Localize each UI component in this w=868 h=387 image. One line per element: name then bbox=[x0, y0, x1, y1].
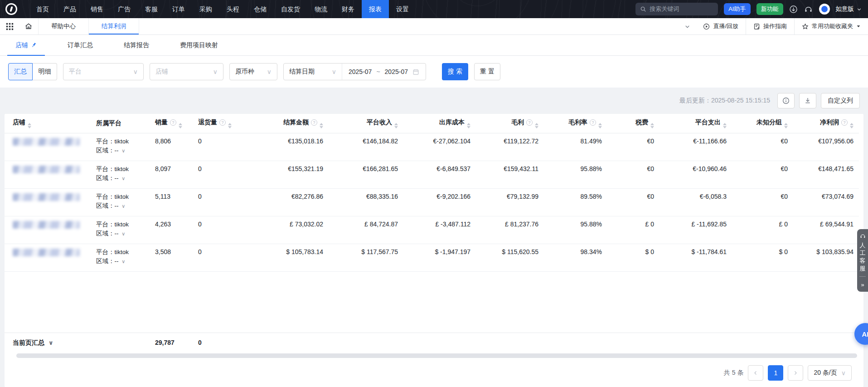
help-icon[interactable]: ? bbox=[170, 119, 176, 126]
column-header-销量[interactable]: 销量? bbox=[150, 114, 193, 133]
nav-item-头程[interactable]: 头程 bbox=[219, 0, 247, 18]
region-expand-icon[interactable]: ∨ bbox=[121, 257, 125, 266]
sort-icon[interactable] bbox=[179, 123, 182, 128]
sort-icon[interactable] bbox=[598, 123, 602, 128]
tab-settlement-profit[interactable]: 结算利润 bbox=[88, 18, 139, 34]
store-name-blurred[interactable] bbox=[13, 249, 80, 256]
pin-icon[interactable] bbox=[31, 42, 37, 48]
column-header-净利润[interactable]: 净利润? bbox=[793, 114, 859, 133]
summary-expand-icon[interactable]: ∨ bbox=[48, 338, 53, 347]
user-avatar[interactable] bbox=[819, 4, 830, 15]
column-header-毛利率[interactable]: 毛利率? bbox=[544, 114, 607, 133]
store-name-blurred[interactable] bbox=[13, 221, 80, 229]
tab-help-center[interactable]: 帮助中心 bbox=[38, 18, 88, 34]
region-expand-icon[interactable]: ∨ bbox=[121, 174, 125, 183]
subtab-店铺[interactable]: 店铺 bbox=[0, 35, 52, 55]
store-name-blurred[interactable] bbox=[13, 193, 80, 201]
nav-item-仓储[interactable]: 仓储 bbox=[247, 0, 274, 18]
column-header-平台支出[interactable]: 平台支出 bbox=[659, 114, 732, 133]
column-header-平台收入[interactable]: 平台收入 bbox=[329, 114, 403, 133]
column-header-所属平台[interactable]: 所属平台 bbox=[91, 114, 150, 133]
sort-icon[interactable] bbox=[320, 123, 323, 128]
nav-item-客服[interactable]: 客服 bbox=[138, 0, 165, 18]
sort-icon[interactable] bbox=[723, 123, 727, 128]
cell-platform_expense: £ -11,692.85 bbox=[659, 216, 732, 244]
next-page-button[interactable] bbox=[788, 365, 803, 381]
home-icon[interactable] bbox=[19, 18, 38, 34]
store-select[interactable]: 店铺 ∨ bbox=[150, 63, 223, 80]
app-grid-icon[interactable] bbox=[0, 18, 19, 34]
sort-icon[interactable] bbox=[467, 123, 470, 128]
app-logo[interactable] bbox=[5, 3, 17, 15]
store-name-blurred[interactable] bbox=[13, 166, 80, 173]
date-type-select[interactable]: 结算日期 ∨ bbox=[284, 64, 342, 80]
tabs-collapse-chevron-icon[interactable] bbox=[679, 18, 696, 34]
nav-item-物流[interactable]: 物流 bbox=[307, 0, 335, 18]
reset-button[interactable]: 重 置 bbox=[474, 63, 500, 80]
page-size-select[interactable]: 20 条/页 ∨ bbox=[808, 365, 852, 381]
collapse-arrow-icon[interactable]: » bbox=[861, 281, 864, 289]
download-circle-icon[interactable] bbox=[789, 5, 798, 14]
nav-item-销售[interactable]: 销售 bbox=[83, 0, 111, 18]
subtab-费用项目映射[interactable]: 费用项目映射 bbox=[165, 35, 233, 55]
mode-明细-button[interactable]: 明细 bbox=[33, 63, 57, 80]
sort-icon[interactable] bbox=[784, 123, 788, 128]
sort-icon[interactable] bbox=[650, 123, 654, 128]
column-header-退货量[interactable]: 退货量? bbox=[193, 114, 245, 133]
search-button[interactable]: 搜 索 bbox=[442, 63, 468, 80]
platform-line: 平台：tiktok bbox=[96, 192, 144, 201]
mode-汇总-button[interactable]: 汇总 bbox=[8, 63, 33, 80]
subtab-结算报告[interactable]: 结算报告 bbox=[108, 35, 165, 55]
column-header-出库成本[interactable]: 出库成本 bbox=[403, 114, 476, 133]
date-range-input[interactable]: 2025-07 ~ 2025-07 bbox=[342, 64, 426, 80]
help-icon[interactable]: ? bbox=[841, 119, 848, 126]
customize-columns-button[interactable]: 自定义列 bbox=[821, 93, 860, 108]
info-button[interactable] bbox=[777, 93, 795, 108]
subtab-订单汇总[interactable]: 订单汇总 bbox=[52, 35, 108, 55]
global-search-input[interactable]: 搜索关键词 bbox=[635, 3, 718, 15]
help-icon[interactable]: ? bbox=[311, 119, 317, 126]
favorites-button[interactable]: 常用功能收藏夹 bbox=[794, 18, 868, 34]
sort-icon[interactable] bbox=[228, 123, 232, 128]
nav-item-自发货[interactable]: 自发货 bbox=[274, 0, 307, 18]
nav-item-首页[interactable]: 首页 bbox=[29, 0, 56, 18]
store-name-blurred[interactable] bbox=[13, 138, 80, 146]
nav-item-产品[interactable]: 产品 bbox=[56, 0, 83, 18]
nav-item-设置[interactable]: 设置 bbox=[389, 0, 416, 18]
new-features-button[interactable]: 新功能 bbox=[756, 3, 783, 15]
column-header-未知分组[interactable]: 未知分组 bbox=[732, 114, 793, 133]
nav-item-采购[interactable]: 采购 bbox=[192, 0, 219, 18]
edition-menu[interactable]: 如意版 bbox=[836, 5, 862, 13]
nav-item-报表[interactable]: 报表 bbox=[362, 0, 389, 18]
headset-icon[interactable] bbox=[804, 5, 813, 14]
guide-button[interactable]: 操作指南 bbox=[746, 18, 794, 34]
customer-service-widget[interactable]: 人工客服 » bbox=[857, 229, 868, 292]
currency-select[interactable]: 原币种 ∨ bbox=[229, 63, 277, 80]
sort-icon[interactable] bbox=[850, 123, 853, 128]
sort-icon[interactable] bbox=[394, 123, 398, 128]
prev-page-button[interactable] bbox=[748, 365, 763, 381]
page-1-button[interactable]: 1 bbox=[768, 365, 783, 381]
nav-item-订单[interactable]: 订单 bbox=[165, 0, 192, 18]
help-icon[interactable]: ? bbox=[526, 119, 533, 126]
region-expand-icon[interactable]: ∨ bbox=[121, 229, 125, 238]
live-replay-button[interactable]: 直播/回放 bbox=[696, 18, 746, 34]
nav-item-财务[interactable]: 财务 bbox=[335, 0, 362, 18]
scrollbar-thumb[interactable] bbox=[16, 353, 857, 358]
region-expand-icon[interactable]: ∨ bbox=[121, 146, 125, 155]
help-icon[interactable]: ? bbox=[590, 119, 596, 126]
table-row: 平台：tiktok区域：-- ∨8,8060€135,018.16€146,18… bbox=[5, 133, 859, 161]
ai-assistant-button[interactable]: AI助手 bbox=[724, 3, 750, 15]
column-header-毛利[interactable]: 毛利? bbox=[476, 114, 544, 133]
sort-icon[interactable] bbox=[535, 123, 538, 128]
column-header-结算金额[interactable]: 结算金额? bbox=[245, 114, 329, 133]
column-label: 退货量 bbox=[198, 118, 217, 126]
nav-item-广告[interactable]: 广告 bbox=[111, 0, 138, 18]
export-download-button[interactable] bbox=[799, 93, 816, 108]
column-header-税费[interactable]: 税费 bbox=[607, 114, 659, 133]
platform-select[interactable]: 平台 ∨ bbox=[63, 63, 144, 80]
region-expand-icon[interactable]: ∨ bbox=[121, 201, 125, 211]
help-icon[interactable]: ? bbox=[219, 119, 226, 126]
column-header-店铺[interactable]: 店铺 bbox=[5, 114, 91, 133]
sort-icon[interactable] bbox=[28, 123, 31, 128]
